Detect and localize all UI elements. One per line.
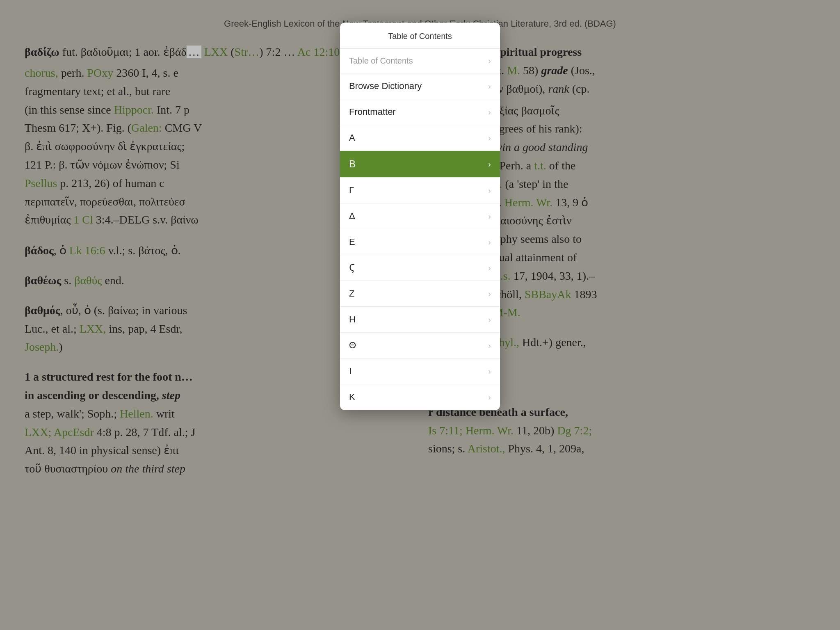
toc-label-g: Γ [349, 185, 354, 196]
toc-label-a: A [349, 132, 355, 143]
toc-chevron-i: › [488, 367, 491, 376]
toc-chevron-frontmatter: › [488, 107, 491, 117]
toc-row-d: Δ› [340, 203, 500, 229]
table-of-contents-modal: Table of Contents Table of Contents›Brow… [340, 23, 500, 410]
modal-header: Table of Contents [340, 23, 500, 49]
toc-item-th[interactable]: Θ› [340, 333, 500, 358]
toc-chevron-k: › [488, 393, 491, 402]
toc-chevron-th: › [488, 341, 491, 350]
toc-list: Table of Contents›Browse Dictionary›Fron… [340, 49, 500, 410]
toc-label-frontmatter: Frontmatter [349, 107, 396, 117]
toc-chevron-g: › [488, 186, 491, 195]
toc-row-browse: Browse Dictionary› [340, 73, 500, 99]
toc-row-e: Ε› [340, 229, 500, 255]
toc-item-e[interactable]: Ε› [340, 229, 500, 255]
toc-chevron-a: › [488, 133, 491, 143]
toc-chevron-st: › [488, 263, 491, 273]
toc-row-h: Η› [340, 307, 500, 332]
toc-item-g[interactable]: Γ› [340, 178, 500, 203]
toc-label-h: Η [349, 314, 356, 325]
toc-row-th: Θ› [340, 333, 500, 358]
toc-label-k: Κ [349, 392, 355, 402]
toc-label-st: Ϛ [349, 262, 355, 273]
toc-chevron-h: › [488, 315, 491, 324]
toc-chevron-browse: › [488, 82, 491, 91]
toc-chevron-toc: › [488, 56, 491, 66]
toc-item-browse[interactable]: Browse Dictionary› [340, 73, 500, 99]
toc-label-browse: Browse Dictionary [349, 81, 422, 91]
toc-item-a[interactable]: A› [340, 125, 500, 151]
toc-row-g: Γ› [340, 178, 500, 203]
toc-item-d[interactable]: Δ› [340, 203, 500, 229]
toc-row-z: Ζ› [340, 281, 500, 306]
toc-row-st: Ϛ› [340, 255, 500, 281]
toc-label-z: Ζ [349, 288, 354, 299]
toc-row-k: Κ› [340, 384, 500, 410]
toc-row-a: A› [340, 125, 500, 151]
toc-label-i: Ι [349, 366, 352, 377]
toc-row-toc: Table of Contents› [340, 49, 500, 73]
toc-label-th: Θ [349, 340, 356, 351]
toc-label-toc: Table of Contents [349, 56, 413, 66]
toc-label-b: B [349, 158, 356, 170]
toc-chevron-b: › [488, 160, 491, 169]
toc-label-d: Δ [349, 211, 355, 221]
toc-row-frontmatter: Frontmatter› [340, 99, 500, 125]
toc-item-i[interactable]: Ι› [340, 358, 500, 384]
toc-item-toc[interactable]: Table of Contents› [340, 49, 500, 73]
toc-chevron-z: › [488, 289, 491, 299]
toc-row-i: Ι› [340, 358, 500, 384]
toc-item-k[interactable]: Κ› [340, 384, 500, 410]
toc-item-st[interactable]: Ϛ› [340, 255, 500, 281]
toc-item-frontmatter[interactable]: Frontmatter› [340, 99, 500, 125]
toc-chevron-e: › [488, 237, 491, 247]
toc-label-e: Ε [349, 237, 355, 247]
toc-item-h[interactable]: Η› [340, 307, 500, 333]
toc-item-z[interactable]: Ζ› [340, 281, 500, 307]
toc-item-b[interactable]: B› [340, 151, 500, 178]
toc-row-b: B› [340, 151, 500, 177]
toc-chevron-d: › [488, 212, 491, 221]
